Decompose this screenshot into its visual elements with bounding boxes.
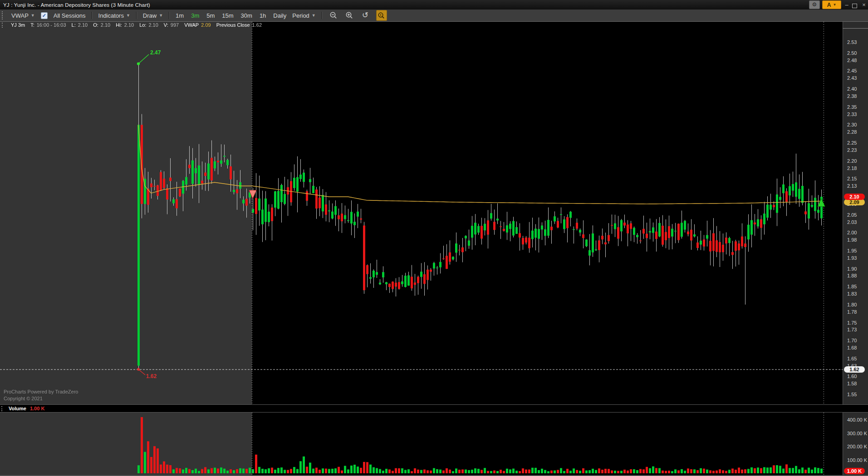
price-axis-label: 2.03 <box>847 219 857 225</box>
minimize-button[interactable]: – <box>843 1 850 9</box>
window-title: YJ : Yunji Inc. - American Depository Sh… <box>0 2 150 8</box>
ohlc-info-fields: YJ 3mT:16:00 - 16:03L:2.10O:2.10Hi:2.10L… <box>11 22 262 28</box>
indicators-menu-label: Indicators <box>98 12 124 19</box>
zoom-in-button[interactable] <box>344 10 354 20</box>
price-axis-label: 1.60 <box>847 374 857 379</box>
price-axis-label: 1.93 <box>847 255 857 261</box>
info-field-label: YJ 3m <box>11 22 25 28</box>
vwap-menu-label: VWAP <box>11 12 29 19</box>
all-sessions-label[interactable]: All Sessions <box>54 12 86 19</box>
price-axis-label: 2.15 <box>847 176 857 181</box>
current-volume-badge: 1.00 K <box>844 468 865 474</box>
draw-menu[interactable]: Draw ▼ <box>143 12 163 19</box>
price-axis-label: 1.65 <box>847 356 857 361</box>
info-field-value: 2.10 <box>101 22 110 28</box>
reset-zoom-button[interactable]: ↺ <box>360 10 370 20</box>
price-axis-label: 2.25 <box>847 140 857 146</box>
volume-axis-label: 200.00 K <box>847 444 867 449</box>
info-field-value: 2.10 <box>124 22 134 28</box>
volume-pane-header: Volume 1.00 K <box>0 404 868 413</box>
toolbar: VWAP ▼ ✓ All Sessions Indicators ▼ Draw … <box>0 10 868 22</box>
auto-scale-button[interactable] <box>376 10 387 21</box>
volume-axis[interactable]: 400.00 K300.00 K200.00 K100.00 K1.00 K <box>843 413 868 476</box>
info-field-value: 2.10 <box>78 22 88 28</box>
prev-close-badge: 1.62 <box>844 366 865 373</box>
timeframe-button-1h[interactable]: 1h <box>260 12 266 19</box>
price-axis-label: 1.75 <box>847 320 857 325</box>
price-axis[interactable]: 2.532.502.482.452.432.402.382.352.332.30… <box>843 22 868 404</box>
price-axis-label: 2.20 <box>847 158 857 164</box>
restore-icon <box>852 4 857 8</box>
period-menu[interactable]: Period ▼ <box>292 12 316 19</box>
info-field-label: O: <box>93 22 98 28</box>
volume-pane-grip[interactable] <box>1 406 4 411</box>
price-axis-label: 2.18 <box>847 165 857 171</box>
price-axis-label: 2.05 <box>847 212 857 218</box>
window-controls: ⚙ A ▼ – × <box>809 0 867 9</box>
timeframe-button-30m[interactable]: 30m <box>241 12 252 19</box>
settings-button[interactable]: ⚙ <box>809 0 820 9</box>
last-price-badge: 2.10 <box>844 194 865 200</box>
price-axis-label: 1.98 <box>847 237 857 243</box>
vwap-price-badge: 2.09 <box>844 199 865 205</box>
price-axis-label: 1.55 <box>847 392 857 397</box>
timeframe-button-3m[interactable]: 3m <box>191 12 199 19</box>
volume-axis-label: 400.00 K <box>847 417 867 423</box>
font-size-button[interactable]: A ▼ <box>822 0 841 9</box>
info-field-label: Hi: <box>116 22 122 28</box>
price-axis-label: 2.38 <box>847 93 857 99</box>
restore-button[interactable] <box>852 1 858 8</box>
chevron-down-icon: ▼ <box>126 13 130 18</box>
low-of-day-annotation: 1.62 <box>146 373 157 379</box>
info-field-label: T: <box>30 22 34 28</box>
price-axis-label: 1.95 <box>847 248 857 253</box>
infobar-grip[interactable] <box>2 23 5 28</box>
ohlc-info-bar: YJ 3mT:16:00 - 16:03L:2.10O:2.10Hi:2.10L… <box>0 22 841 28</box>
info-field: Lo:2.10 <box>139 22 158 28</box>
price-axis-label: 1.58 <box>847 381 857 386</box>
powered-by-text: ProCharts Powered by TradeZero <box>4 389 78 394</box>
zoom-out-button[interactable] <box>329 10 338 20</box>
price-axis-label: 1.73 <box>847 327 857 332</box>
toolbar-grip[interactable] <box>2 11 5 19</box>
price-axis-label: 2.23 <box>847 147 857 153</box>
volume-label: Volume <box>9 406 26 411</box>
price-axis-label: 1.68 <box>847 345 857 350</box>
indicators-menu[interactable]: Indicators ▼ <box>98 12 130 19</box>
close-button[interactable]: × <box>861 1 867 9</box>
draw-menu-label: Draw <box>143 12 157 19</box>
chevron-down-icon: ▼ <box>159 13 163 18</box>
price-axis-label: 2.48 <box>847 58 857 63</box>
price-axis-label: 2.33 <box>847 112 857 117</box>
vwap-menu[interactable]: VWAP ▼ <box>11 12 35 19</box>
check-icon: ✓ <box>42 13 46 18</box>
price-axis-top-border <box>843 28 868 29</box>
auto-scale-magnifier-icon <box>378 12 385 19</box>
price-axis-label: 1.85 <box>847 284 857 289</box>
price-axis-label: 2.35 <box>847 104 857 110</box>
info-field: Previous Close1.62 <box>216 22 262 28</box>
price-axis-label: 2.30 <box>847 122 857 127</box>
price-axis-label: 2.50 <box>847 50 857 56</box>
price-axis-label: 1.70 <box>847 338 857 343</box>
high-of-day-annotation: 2.47 <box>150 49 161 56</box>
timeframe-button-5m[interactable]: 5m <box>206 12 215 19</box>
price-axis-label: 2.45 <box>847 68 857 73</box>
gear-icon: ⚙ <box>812 1 817 8</box>
info-field: Hi:2.10 <box>116 22 134 28</box>
timeframe-button-15m[interactable]: 15m <box>222 12 233 19</box>
all-sessions-checkbox[interactable]: ✓ <box>41 12 48 19</box>
price-axis-label: 1.88 <box>847 273 857 278</box>
zoom-out-icon <box>329 11 338 19</box>
period-menu-label: Period <box>292 12 309 19</box>
copyright-text: Copyright © 2021 <box>4 396 43 401</box>
timeframe-button-Daily[interactable]: Daily <box>273 12 286 19</box>
info-field: VWAP2.09 <box>184 22 211 28</box>
toolbar-divider <box>92 12 93 19</box>
timeframe-button-1m[interactable]: 1m <box>176 12 184 19</box>
price-axis-label: 2.40 <box>847 86 857 92</box>
price-axis-label: 2.00 <box>847 230 857 235</box>
price-axis-label: 1.90 <box>847 266 857 272</box>
info-field: YJ 3m <box>11 22 25 28</box>
title-bar: YJ : Yunji Inc. - American Depository Sh… <box>0 0 868 10</box>
